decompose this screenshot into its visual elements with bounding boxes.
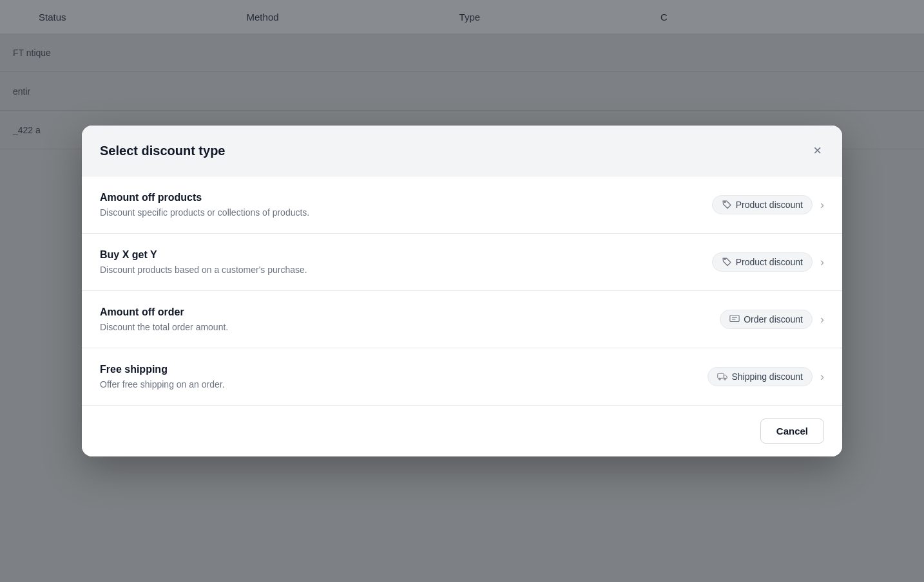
discount-right-amount-off-products: Product discount › xyxy=(712,195,824,214)
truck-icon xyxy=(717,371,727,382)
discount-desc-amount-off-products: Discount specific products or collection… xyxy=(100,207,712,218)
discount-right-free-shipping: Shipping discount › xyxy=(707,367,824,386)
cancel-button[interactable]: Cancel xyxy=(760,418,824,444)
modal-header: Select discount type × xyxy=(82,126,842,176)
badge-product-discount-2: Product discount xyxy=(712,252,813,272)
discount-info-buy-x-get-y: Buy X get Y Discount products based on a… xyxy=(100,249,712,275)
badge-shipping-discount: Shipping discount xyxy=(707,367,813,386)
tag-icon-1 xyxy=(722,200,732,210)
chevron-right-icon-2: › xyxy=(820,256,824,269)
order-icon xyxy=(729,314,740,324)
discount-desc-amount-off-order: Discount the total order amount. xyxy=(100,322,720,332)
modal-title: Select discount type xyxy=(100,144,226,158)
badge-product-discount-1: Product discount xyxy=(712,195,813,214)
modal-body: Amount off products Discount specific pr… xyxy=(82,176,842,405)
discount-desc-free-shipping: Offer free shipping on an order. xyxy=(100,379,707,390)
svg-point-4 xyxy=(719,379,720,380)
chevron-right-icon-4: › xyxy=(820,370,824,384)
discount-desc-buy-x-get-y: Discount products based on a customer's … xyxy=(100,265,712,275)
svg-point-5 xyxy=(724,379,726,380)
chevron-right-icon-1: › xyxy=(820,198,824,212)
discount-title-buy-x-get-y: Buy X get Y xyxy=(100,249,712,261)
badge-order-discount: Order discount xyxy=(720,310,813,329)
tag-icon-2 xyxy=(722,257,732,267)
discount-info-amount-off-products: Amount off products Discount specific pr… xyxy=(100,192,712,218)
discount-title-amount-off-order: Amount off order xyxy=(100,306,720,318)
discount-row-buy-x-get-y[interactable]: Buy X get Y Discount products based on a… xyxy=(82,234,842,291)
discount-right-amount-off-order: Order discount › xyxy=(720,310,824,329)
discount-title-free-shipping: Free shipping xyxy=(100,364,707,375)
discount-row-amount-off-products[interactable]: Amount off products Discount specific pr… xyxy=(82,176,842,234)
discount-row-free-shipping[interactable]: Free shipping Offer free shipping on an … xyxy=(82,348,842,405)
discount-row-amount-off-order[interactable]: Amount off order Discount the total orde… xyxy=(82,291,842,348)
chevron-right-icon-3: › xyxy=(820,313,824,326)
modal-overlay: Select discount type × Amount off produc… xyxy=(0,0,924,582)
discount-info-amount-off-order: Amount off order Discount the total orde… xyxy=(100,306,720,332)
discount-title-amount-off-products: Amount off products xyxy=(100,192,712,203)
close-button[interactable]: × xyxy=(811,141,824,160)
modal: Select discount type × Amount off produc… xyxy=(82,126,842,456)
discount-info-free-shipping: Free shipping Offer free shipping on an … xyxy=(100,364,707,390)
svg-rect-3 xyxy=(718,373,724,378)
svg-rect-0 xyxy=(730,315,739,322)
discount-right-buy-x-get-y: Product discount › xyxy=(712,252,824,272)
modal-footer: Cancel xyxy=(82,405,842,456)
